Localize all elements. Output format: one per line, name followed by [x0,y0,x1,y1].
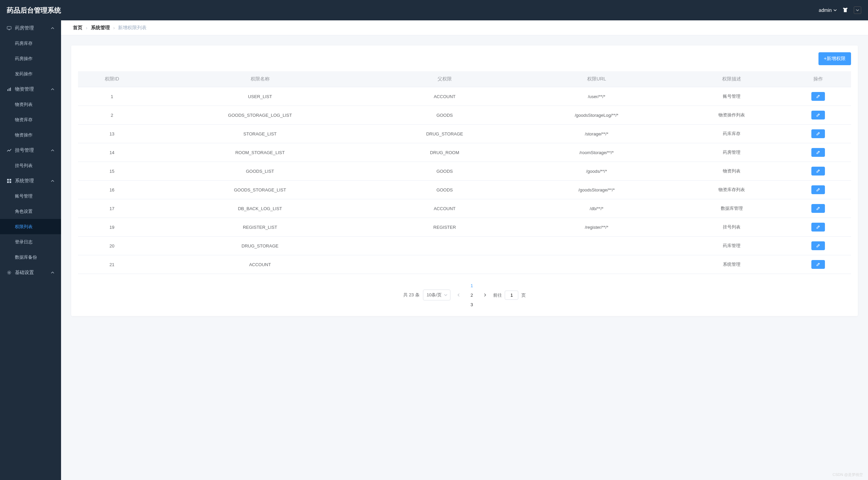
cell-url: /storage/**/* [515,125,678,143]
menu-group-0[interactable]: 药房管理 [0,20,61,36]
cell-id: 14 [78,143,146,162]
menu-item[interactable]: 角色设置 [0,204,61,219]
column-header: 父权限 [374,71,515,87]
svg-rect-6 [7,181,9,183]
cell-actions [785,199,851,218]
breadcrumb-home[interactable]: 首页 [73,25,82,31]
cell-actions [785,106,851,125]
cell-desc: 药库库存 [678,125,785,143]
edit-button[interactable] [811,185,825,194]
breadcrumb-section[interactable]: 系统管理 [91,25,110,31]
edit-button[interactable] [811,92,825,101]
cell-parent: ACCOUNT [374,87,515,106]
cell-name: STORAGE_LIST [146,125,374,143]
cell-name: GOODS_STORAGE_LIST [146,181,374,199]
chevron-up-icon [51,87,54,92]
cell-url [515,237,678,255]
menu-group-1[interactable]: 物资管理 [0,81,61,97]
goto-input[interactable] [505,291,518,300]
cell-url: /db/**/* [515,199,678,218]
cell-parent: DRUG_STORAGE [374,125,515,143]
page-number[interactable]: 1 [467,281,477,290]
menu-item[interactable]: 药房操作 [0,51,61,66]
menu-group-3[interactable]: 系统管理 [0,173,61,188]
cell-actions [785,162,851,181]
menu-group-label: 基础设置 [15,270,34,276]
pagination-jump: 前往 页 [493,291,526,300]
edit-button[interactable] [811,148,825,157]
pagination: 共 23 条 10条/页 123 前往 [78,281,851,309]
cell-desc: 挂号列表 [678,218,785,237]
add-permission-button[interactable]: +新增权限 [818,52,851,65]
cell-url: /goodsStorageLog/**/* [515,106,678,125]
svg-rect-4 [7,179,9,181]
header-options-button[interactable] [854,6,861,14]
caret-down-icon [833,7,837,13]
menu-item[interactable]: 物资操作 [0,127,61,143]
menu-item[interactable]: 药房库存 [0,36,61,51]
cell-parent: REGISTER [374,218,515,237]
cell-id: 17 [78,199,146,218]
cell-desc: 账号管理 [678,87,785,106]
cell-parent [374,237,515,255]
cell-id: 2 [78,106,146,125]
svg-rect-3 [10,88,11,91]
cell-name: DRUG_STORAGE [146,237,374,255]
svg-point-8 [8,272,10,273]
column-header: 权限URL [515,71,678,87]
svg-rect-5 [9,179,11,181]
menu-item[interactable]: 挂号列表 [0,158,61,173]
page-size-label: 10条/页 [427,292,442,297]
edit-button[interactable] [811,167,825,176]
cell-actions [785,181,851,199]
header: 药品后台管理系统 admin [0,0,868,20]
edit-button[interactable] [811,241,825,250]
menu-item[interactable]: 权限列表 [0,219,61,234]
header-user-area: admin [819,6,861,14]
edit-button[interactable] [811,129,825,138]
cell-id: 13 [78,125,146,143]
table-row: 1USER_LISTACCOUNT/user/**/*账号管理 [78,87,851,106]
cell-name: GOODS_STORAGE_LOG_LIST [146,106,374,125]
edit-button[interactable] [811,223,825,232]
goto-prefix: 前往 [493,293,502,298]
edit-button[interactable] [811,260,825,269]
edit-button[interactable] [811,204,825,213]
cell-name: GOODS_LIST [146,162,374,181]
menu-item[interactable]: 登录日志 [0,234,61,250]
page-number[interactable]: 3 [467,300,477,309]
menu-item[interactable]: 账号管理 [0,188,61,204]
cell-desc: 药房管理 [678,143,785,162]
page-number[interactable]: 2 [467,290,477,300]
pagination-next[interactable] [480,290,490,300]
column-header: 权限名称 [146,71,374,87]
cell-actions [785,87,851,106]
column-header: 权限ID [78,71,146,87]
cell-id: 21 [78,255,146,274]
cell-desc: 物资库存列表 [678,181,785,199]
menu-item[interactable]: 数据库备份 [0,250,61,265]
menu-group-2[interactable]: 挂号管理 [0,143,61,158]
menu-item[interactable]: 物资列表 [0,97,61,112]
table-row: 19REGISTER_LISTREGISTER/register/**/*挂号列… [78,218,851,237]
menu-item[interactable]: 发药操作 [0,66,61,81]
cell-url: /user/**/* [515,87,678,106]
table-row: 21ACCOUNT系统管理 [78,255,851,274]
cell-desc: 物资列表 [678,162,785,181]
breadcrumb: 首页 › 系统管理 › 新增权限列表 [61,20,868,35]
cell-parent: GOODS [374,181,515,199]
edit-button[interactable] [811,111,825,119]
cell-id: 20 [78,237,146,255]
cell-actions [785,125,851,143]
menu-item[interactable]: 物资库存 [0,112,61,127]
cell-url: /register/**/* [515,218,678,237]
page-size-select[interactable]: 10条/页 [423,290,450,300]
pagination-prev[interactable] [454,290,463,300]
tshirt-icon[interactable] [842,6,849,14]
chevron-right-icon: › [86,25,88,31]
svg-rect-2 [9,88,9,91]
menu-group-4[interactable]: 基础设置 [0,265,61,280]
user-dropdown[interactable]: admin [819,7,837,13]
monitor-icon [7,26,12,31]
cell-id: 15 [78,162,146,181]
